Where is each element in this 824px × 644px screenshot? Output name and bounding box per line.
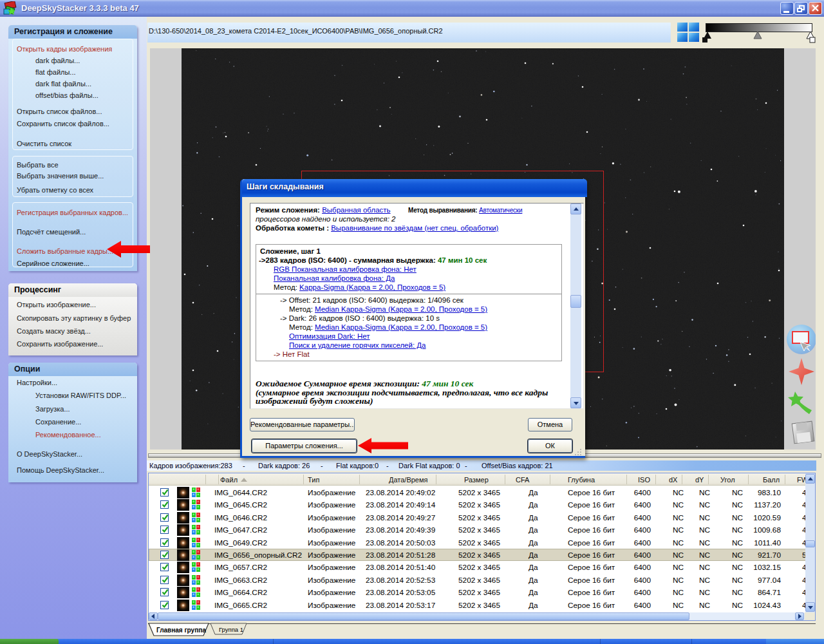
svg-text:Группа 1: Группа 1 bbox=[219, 626, 243, 633]
svg-text:Главная группа: Главная группа bbox=[156, 627, 206, 634]
